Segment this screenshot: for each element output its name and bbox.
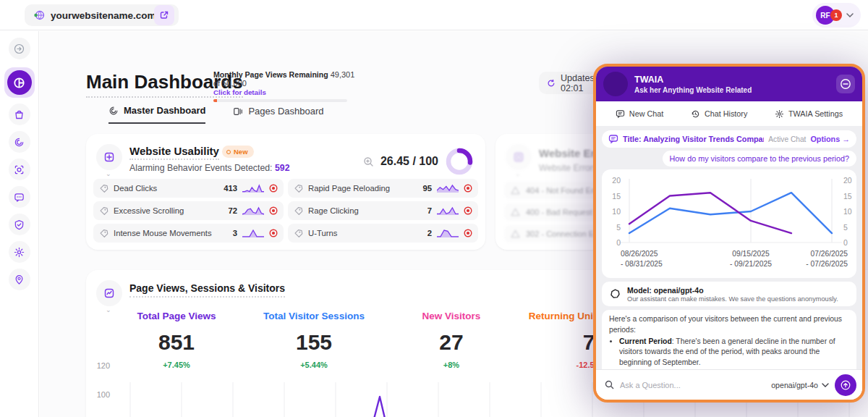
- event-label: Rage Clicking: [308, 206, 422, 215]
- monthly-label: Monthly Page Views Remaining: [213, 70, 328, 79]
- usability-event-row[interactable]: Rapid Page Reloading95: [288, 179, 478, 198]
- usability-event-row[interactable]: U-Turns2: [288, 224, 478, 243]
- click-for-details-link[interactable]: Click for details: [213, 88, 358, 96]
- sidebar-item-security[interactable]: [9, 214, 30, 235]
- sidebar-item-dashboard-active[interactable]: [4, 67, 35, 98]
- sidebar-item-feedback[interactable]: [9, 186, 30, 208]
- options-link[interactable]: Options →: [810, 135, 850, 143]
- tab-new-chat[interactable]: New Chat: [616, 109, 663, 119]
- model-select[interactable]: openai/gpt-4o: [771, 381, 829, 389]
- warning-triangle-icon: [511, 208, 520, 216]
- svg-text:07/26/2025: 07/26/2025: [810, 250, 848, 258]
- send-button[interactable]: [835, 374, 856, 396]
- shield-check-icon: [14, 219, 25, 230]
- sparkline: [242, 184, 264, 193]
- warning-triangle-icon: [511, 186, 520, 195]
- tab-label: Chat History: [705, 109, 747, 118]
- sparkline: [242, 229, 264, 238]
- svg-text:15: 15: [843, 192, 852, 201]
- store-bag-icon: [14, 109, 25, 120]
- record-icon[interactable]: [464, 206, 472, 215]
- svg-text:09/15/2025: 09/15/2025: [732, 250, 770, 258]
- location-person-icon: [14, 274, 25, 285]
- tab-label: TWAIA Settings: [788, 109, 843, 118]
- tab-twaia-settings[interactable]: TWAIA Settings: [775, 109, 843, 119]
- error-robot-icon[interactable]: [506, 144, 532, 170]
- metric-label: Total Visitor Sessions: [245, 311, 383, 321]
- record-icon[interactable]: [464, 184, 472, 193]
- sidebar-item-master-dashboard[interactable]: [9, 131, 30, 153]
- open-website-button[interactable]: [154, 5, 174, 25]
- sparkline: [437, 206, 459, 216]
- sidebar-item-visitors-map[interactable]: [9, 269, 30, 290]
- question-input[interactable]: [620, 381, 765, 389]
- minus-circle-icon: [840, 78, 851, 90]
- tag-icon: [294, 206, 303, 216]
- metric-label: Total Page Views: [108, 311, 245, 321]
- metric-value: 155: [245, 330, 383, 355]
- assistant-name: TWAIA: [634, 75, 752, 85]
- collapse-arrow-icon[interactable]: [9, 38, 30, 59]
- assistant-avatar: [603, 72, 628, 96]
- minimize-button[interactable]: [836, 75, 855, 93]
- tag-icon: [99, 184, 109, 193]
- usability-event-row[interactable]: Excessive Scrolling72: [93, 201, 284, 220]
- usability-robot-icon[interactable]: [96, 144, 122, 170]
- score-donut: [445, 147, 474, 176]
- tab-pages-dashboard[interactable]: Pages Dashboard: [233, 105, 323, 124]
- record-icon[interactable]: [464, 229, 472, 237]
- refresh-icon: [547, 78, 556, 88]
- svg-text:0: 0: [616, 238, 621, 247]
- search-icon: [605, 380, 614, 389]
- dashboard-pie-icon: [13, 77, 25, 89]
- external-link-icon: [159, 10, 169, 20]
- assistant-tagline: Ask her Anything Website Related: [634, 86, 752, 94]
- website-name: yourwebsitename.com: [51, 10, 156, 21]
- sidebar: [0, 31, 39, 417]
- tab-label: Pages Dashboard: [248, 106, 323, 117]
- tag-icon: [294, 184, 303, 193]
- event-count: 2: [427, 229, 432, 237]
- pageviews-chart-icon[interactable]: [96, 280, 122, 306]
- record-icon[interactable]: [269, 229, 278, 237]
- record-icon[interactable]: [269, 184, 278, 193]
- usability-event-row[interactable]: Dead Clicks413: [93, 179, 284, 198]
- usability-rows: Dead Clicks413Rapid Page Reloading95Exce…: [93, 179, 478, 243]
- event-label: Intense Mouse Movements: [114, 229, 228, 237]
- usability-subtitle: Alarming Behavior Events Detected: 592: [129, 163, 289, 173]
- model-bar: Model: openai/gpt-4o Our assistant can m…: [602, 282, 856, 306]
- new-badge: New: [222, 146, 254, 158]
- pageviews-section-title: Page Views, Sessions & Visitors: [129, 282, 285, 298]
- event-count: 7: [427, 206, 432, 215]
- usability-title: Website Usability: [129, 145, 219, 160]
- svg-text:08/26/2025: 08/26/2025: [621, 250, 658, 258]
- sidebar-item-session-recordings[interactable]: [9, 159, 30, 180]
- record-icon[interactable]: [269, 206, 278, 215]
- svg-text:- 09/21/2025: - 09/21/2025: [730, 260, 772, 268]
- user-menu[interactable]: RF 1: [812, 3, 861, 28]
- metric-value: 851: [108, 330, 245, 355]
- globe-icon: [33, 9, 45, 21]
- usability-event-row[interactable]: Rage Clicking7: [288, 201, 478, 220]
- sparkline: [437, 229, 459, 238]
- settings-gear-icon: [14, 247, 25, 258]
- score-value: 26.45 / 100: [380, 155, 438, 168]
- tab-chat-history[interactable]: Chat History: [691, 109, 747, 119]
- topbar: yourwebsitename.com RF 1: [0, 0, 868, 30]
- monthly-progress-bar: [213, 99, 347, 102]
- chat-title: Title: Analyzing Visitor Trends Compared…: [623, 135, 764, 143]
- monthly-page-views: Monthly Page Views Remaining 49,301 of 5…: [213, 70, 358, 102]
- new-chat-icon: [616, 109, 625, 119]
- sidebar-item-settings[interactable]: [9, 241, 30, 263]
- spiral-icon: [14, 137, 25, 148]
- usability-event-row[interactable]: Intense Mouse Movements3: [93, 224, 284, 243]
- notification-badge: 1: [830, 9, 842, 21]
- event-label: Rapid Page Reloading: [308, 184, 417, 193]
- event-label: U-Turns: [308, 229, 422, 237]
- sidebar-item-store[interactable]: [9, 104, 30, 125]
- model-label: Model: openai/gpt-4o: [627, 286, 838, 295]
- spiral-icon: [109, 106, 119, 116]
- tab-master-dashboard[interactable]: Master Dashboard: [109, 105, 205, 124]
- svg-text:20: 20: [612, 176, 621, 185]
- arrow-up-icon: [841, 380, 851, 390]
